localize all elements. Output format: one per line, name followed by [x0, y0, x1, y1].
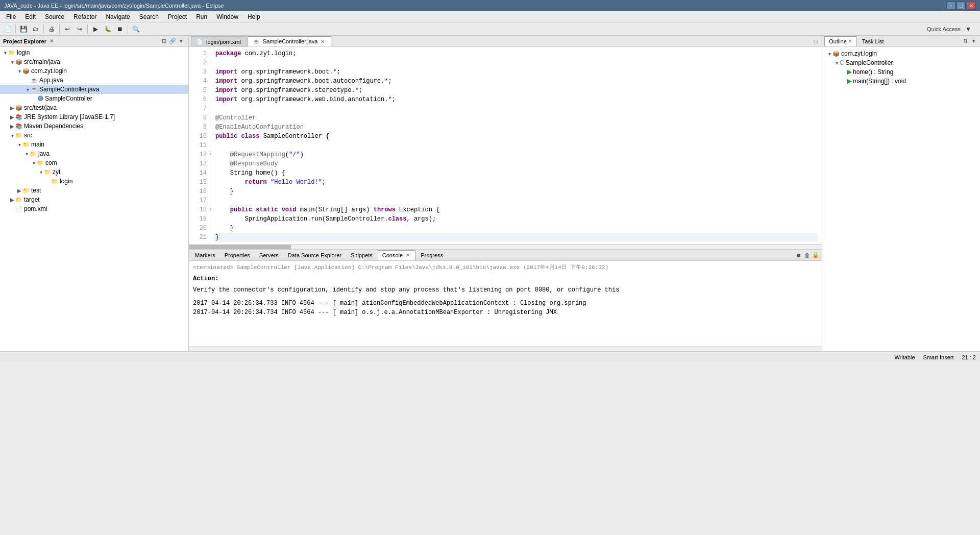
redo-button[interactable]: ↪ — [74, 23, 85, 35]
close-button[interactable]: ✕ — [967, 2, 976, 10]
menu-project[interactable]: Project — [164, 12, 191, 22]
code-text — [278, 205, 281, 214]
menu-run[interactable]: Run — [192, 12, 211, 22]
outline-sort-button[interactable]: ⇅ — [961, 37, 969, 45]
center-area: 📄 login/pom.xml ☕ SampleController.java … — [189, 36, 822, 351]
tab-pom-xml[interactable]: 📄 login/pom.xml — [191, 36, 247, 46]
undo-button[interactable]: ↩ — [62, 23, 73, 35]
tab-console[interactable]: Console ✕ — [378, 250, 415, 260]
tree-item-com-zyt[interactable]: ▾ 📦 com.zyt.login — [0, 66, 188, 76]
outline-item-home[interactable]: ▶ home() : String — [824, 67, 978, 77]
menu-help[interactable]: Help — [243, 12, 264, 22]
editor-horizontal-scrollbar[interactable] — [189, 244, 822, 249]
tree-item-maven[interactable]: ▶ 📚 Maven Dependencies — [0, 121, 188, 131]
tree-item-target[interactable]: ▶ 📁 target — [0, 195, 188, 204]
line-number-15: 15 — [192, 178, 207, 187]
tree-item-test[interactable]: ▶ 📁 test — [0, 186, 188, 195]
console-clear-button[interactable]: 🗑 — [803, 251, 811, 259]
editor-tab-actions: □ — [812, 37, 820, 45]
collapse-all-button[interactable]: ⊟ — [160, 37, 168, 45]
jre-icon: 📚 — [15, 114, 22, 120]
tree-item-appjava[interactable]: ☕ App.java — [0, 76, 188, 85]
outline-item-main[interactable]: ▶ main(String[]) : void — [824, 77, 978, 86]
tree-label-jre: JRE System Library [JavaSE-1.7] — [24, 113, 115, 120]
maven-icon: 📚 — [15, 123, 22, 130]
menu-edit[interactable]: Edit — [21, 12, 40, 22]
console-scroll-lock-button[interactable]: 🔒 — [812, 251, 820, 259]
menu-window[interactable]: Window — [212, 12, 242, 22]
tree-item-com[interactable]: ▾ 📁 com — [0, 158, 188, 167]
console-horizontal-scrollbar[interactable] — [189, 346, 822, 351]
save-button[interactable]: 💾 — [18, 23, 29, 35]
tab-console-close[interactable]: ✕ — [405, 252, 411, 258]
minimize-button[interactable]: − — [946, 2, 955, 10]
link-editor-button[interactable]: 🔗 — [168, 37, 177, 45]
line-number-1: 1 — [192, 49, 207, 58]
console-action-text: Action: — [193, 274, 818, 283]
project-tree[interactable]: ▾ 📁 login ▾ 📦 src/main/java ▾ 📦 com.zyt.… — [0, 47, 188, 351]
tree-toggle-src-main: ▾ — [9, 59, 15, 65]
search-button[interactable]: 🔍 — [130, 23, 141, 35]
cursor-position-status: 21 : 2 — [962, 354, 976, 360]
tab-progress-label: Progress — [421, 252, 443, 258]
menu-source[interactable]: Source — [41, 12, 68, 22]
outline-item-package[interactable]: ▾ 📦 com.zyt.login — [824, 49, 978, 58]
run-button[interactable]: ▶ — [90, 23, 101, 35]
menu-navigate[interactable]: Navigate — [102, 12, 134, 22]
debug-button[interactable]: 🐛 — [102, 23, 113, 35]
console-terminated-text: <terminated> SampleController [Java Appl… — [193, 263, 818, 272]
tree-item-zyt[interactable]: ▾ 📁 zyt — [0, 167, 188, 177]
toolbar-separator-1 — [15, 25, 16, 34]
tab-close-button[interactable]: ✕ — [320, 38, 326, 44]
maximize-button[interactable]: □ — [957, 2, 966, 10]
tab-outline[interactable]: Outline ✕ — [824, 36, 856, 46]
code-text — [252, 205, 256, 214]
editor-scroll-thumb — [189, 245, 291, 249]
tree-item-src-main[interactable]: ▾ 📦 src/main/java — [0, 57, 188, 66]
code-text: org.springframework.stereotype.*; — [237, 86, 362, 95]
tree-item-src[interactable]: ▾ 📁 src — [0, 131, 188, 140]
toolbar-separator-2 — [43, 25, 44, 34]
code-line-9: @EnableAutoConfiguration — [214, 123, 818, 132]
tree-item-jre[interactable]: ▶ 📚 JRE System Library [JavaSE-1.7] — [0, 112, 188, 121]
tree-item-login-folder[interactable]: 📁 login — [0, 177, 188, 186]
line-number-2: 2 — [192, 58, 207, 67]
tree-item-main[interactable]: ▾ 📁 main — [0, 140, 188, 149]
outline-menu-button[interactable]: ▾ — [970, 37, 978, 45]
new-button[interactable]: 📄 — [2, 23, 13, 35]
menu-file[interactable]: File — [2, 12, 20, 22]
code-editor[interactable]: package com.zyt.login; import org.spring… — [210, 47, 822, 244]
view-menu-button[interactable]: ▾ — [177, 37, 185, 45]
editor-maximize-button[interactable]: □ — [812, 37, 820, 45]
tree-item-samplecontroller-class[interactable]: 🅒 SampleController — [0, 94, 188, 103]
tab-markers[interactable]: Markers — [191, 250, 219, 260]
console-stop-button[interactable]: ⏹ — [794, 251, 802, 259]
print-button[interactable]: 🖨 — [46, 23, 57, 35]
outline-label-class: SampleController — [846, 59, 893, 66]
tree-item-src-test[interactable]: ▶ 📦 src/test/java — [0, 103, 188, 112]
quick-access-button[interactable]: ▼ — [963, 23, 974, 35]
keyword: import — [215, 86, 237, 95]
outline-item-class[interactable]: ▾ C SampleController — [824, 58, 978, 67]
save-all-button[interactable]: 🗂 — [30, 23, 41, 35]
tree-label-maven: Maven Dependencies — [24, 123, 83, 130]
tab-sc-icon: ☕ — [253, 39, 259, 44]
tab-samplecontroller[interactable]: ☕ SampleController.java ✕ — [248, 36, 332, 46]
tab-snippets[interactable]: Snippets — [347, 250, 377, 260]
menu-refactor[interactable]: Refactor — [69, 12, 101, 22]
stop-button[interactable]: ⏹ — [114, 23, 126, 35]
tree-item-pom[interactable]: 📄 pom.xml — [0, 204, 188, 213]
tab-task-list[interactable]: Task List — [857, 36, 889, 46]
tree-item-java-folder[interactable]: ▾ 📁 java — [0, 149, 188, 158]
keyword: return — [245, 178, 267, 187]
code-line-21: } — [214, 233, 818, 242]
tab-properties[interactable]: Properties — [220, 250, 254, 260]
editor-scroll-container[interactable]: 123456789101112131415161718192021 packag… — [189, 47, 822, 244]
tab-progress[interactable]: Progress — [416, 250, 447, 260]
tab-servers[interactable]: Servers — [255, 250, 283, 260]
status-bar: Writable Smart Insert 21 : 2 — [0, 351, 980, 362]
tree-item-samplecontroller-java[interactable]: ▾ ☕ SampleController.java — [0, 85, 188, 94]
tab-data-source[interactable]: Data Source Explorer — [284, 250, 346, 260]
tree-item-login[interactable]: ▾ 📁 login — [0, 48, 188, 57]
menu-search[interactable]: Search — [135, 12, 163, 22]
